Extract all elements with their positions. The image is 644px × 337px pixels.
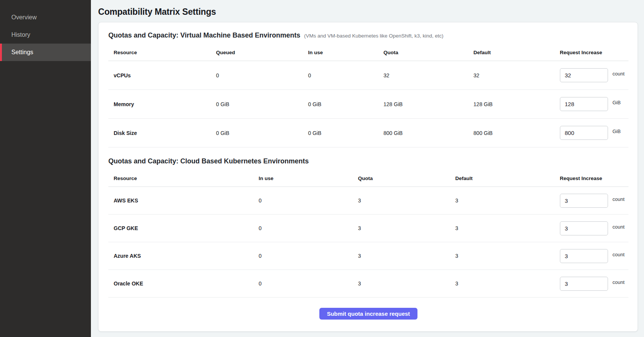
in-use-value: 0 <box>259 225 358 231</box>
resource-name: Disk Size <box>108 130 216 136</box>
in-use-value: 0 <box>259 253 358 259</box>
column-header-in-use: In use <box>308 50 383 55</box>
page-title: Compatibility Matrix Settings <box>98 7 638 17</box>
cloud-quota-section: Quotas and Capacity: Cloud Based Kuberne… <box>108 157 628 298</box>
quota-value: 3 <box>358 197 455 204</box>
unit-label: count <box>613 196 625 202</box>
column-header-resource: Resource <box>108 176 259 181</box>
aws-eks-request-input[interactable] <box>560 194 608 208</box>
in-use-value: 0 <box>259 197 358 204</box>
cloud-table-header: Resource In use Quota Default Request In… <box>108 170 628 187</box>
column-header-queued: Queued <box>216 50 308 55</box>
table-row-vcpus: vCPUs 0 0 32 32 count <box>108 61 628 90</box>
unit-label: count <box>613 252 625 257</box>
default-value: 3 <box>455 281 560 287</box>
in-use-value: 0 <box>308 72 383 78</box>
unit-label: GiB <box>613 129 621 134</box>
vm-quota-section: Quotas and Capacity: Virtual Machine Bas… <box>108 31 628 147</box>
column-header-request-increase: Request Increase <box>560 176 628 181</box>
disk-size-request-input[interactable] <box>560 126 608 140</box>
sidebar-item-settings[interactable]: Settings <box>0 44 91 61</box>
quota-value: 32 <box>383 72 474 78</box>
in-use-value: 0 <box>259 281 358 287</box>
default-value: 3 <box>455 253 560 259</box>
memory-request-input[interactable] <box>560 97 608 111</box>
default-value: 3 <box>455 225 560 231</box>
quota-value: 3 <box>358 225 455 231</box>
cloud-section-heading: Quotas and Capacity: Cloud Based Kuberne… <box>108 157 309 165</box>
in-use-value: 0 GiB <box>308 101 383 107</box>
gcp-gke-request-input[interactable] <box>560 221 608 235</box>
queued-value: 0 <box>216 72 308 78</box>
submit-quota-increase-button[interactable]: Submit quota increase request <box>319 308 417 320</box>
vcpus-request-input[interactable] <box>560 68 608 82</box>
active-accent-bar <box>0 44 2 61</box>
main-content: Compatibility Matrix Settings Quotas and… <box>91 0 644 337</box>
sidebar-item-overview[interactable]: Overview <box>0 9 91 26</box>
in-use-value: 0 GiB <box>308 130 383 136</box>
table-row-azure-aks: Azure AKS 0 3 3 count <box>108 242 628 270</box>
sidebar-item-label: Settings <box>11 49 33 56</box>
column-header-resource: Resource <box>108 50 216 55</box>
sidebar-item-history[interactable]: History <box>0 26 91 44</box>
resource-name: vCPUs <box>108 72 216 78</box>
resource-name: Memory <box>108 101 216 107</box>
quota-value: 3 <box>358 253 455 259</box>
default-value: 3 <box>455 197 560 204</box>
column-header-in-use: In use <box>259 176 358 181</box>
table-row-oracle-oke: Oracle OKE 0 3 3 count <box>108 270 628 298</box>
vm-section-heading: Quotas and Capacity: Virtual Machine Bas… <box>108 31 300 39</box>
resource-name: AWS EKS <box>108 197 259 204</box>
oracle-oke-request-input[interactable] <box>560 277 608 291</box>
column-header-default: Default <box>455 176 560 181</box>
default-value: 32 <box>474 72 560 78</box>
unit-label: GiB <box>613 100 621 105</box>
quota-value: 3 <box>358 281 455 287</box>
resource-name: Azure AKS <box>108 253 259 259</box>
default-value: 128 GiB <box>474 101 560 107</box>
vm-section-note: (VMs and VM-based Kubernetes like OpenSh… <box>304 33 444 39</box>
default-value: 800 GiB <box>474 130 560 136</box>
sidebar-item-label: History <box>11 31 30 38</box>
unit-label: count <box>613 224 625 230</box>
resource-name: GCP GKE <box>108 225 259 231</box>
column-header-request-increase: Request Increase <box>560 50 628 55</box>
unit-label: count <box>613 71 625 77</box>
table-row-aws-eks: AWS EKS 0 3 3 count <box>108 187 628 215</box>
table-row-gcp-gke: GCP GKE 0 3 3 count <box>108 215 628 242</box>
resource-name: Oracle OKE <box>108 281 259 287</box>
sidebar: Overview History Settings <box>0 0 91 337</box>
column-header-quota: Quota <box>383 50 474 55</box>
column-header-default: Default <box>474 50 560 55</box>
queued-value: 0 GiB <box>216 101 308 107</box>
quota-value: 800 GiB <box>383 130 474 136</box>
vm-table-header: Resource Queued In use Quota Default Req… <box>108 44 628 61</box>
cloud-quota-table: Resource In use Quota Default Request In… <box>108 170 628 298</box>
quota-value: 128 GiB <box>383 101 474 107</box>
settings-card: Quotas and Capacity: Virtual Machine Bas… <box>98 22 638 332</box>
column-header-quota: Quota <box>358 176 455 181</box>
sidebar-item-label: Overview <box>11 14 37 21</box>
table-row-memory: Memory 0 GiB 0 GiB 128 GiB 128 GiB GiB <box>108 90 628 119</box>
vm-quota-table: Resource Queued In use Quota Default Req… <box>108 44 628 147</box>
table-row-disk-size: Disk Size 0 GiB 0 GiB 800 GiB 800 GiB Gi… <box>108 119 628 147</box>
queued-value: 0 GiB <box>216 130 308 136</box>
unit-label: count <box>613 279 625 285</box>
azure-aks-request-input[interactable] <box>560 249 608 263</box>
